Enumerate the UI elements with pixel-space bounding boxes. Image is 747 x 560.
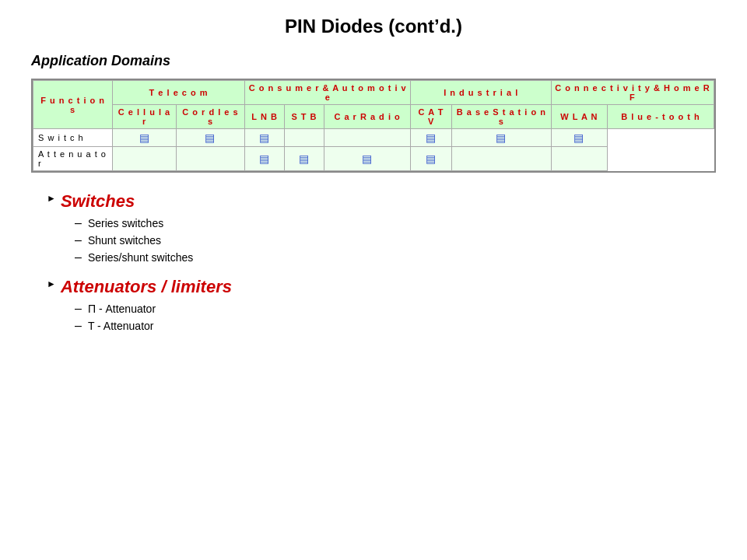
- list-item: – T - Attenuator: [75, 319, 716, 333]
- check-icon: ▤: [573, 131, 584, 144]
- row-label-switch: S w i t c h: [33, 129, 113, 147]
- col-functions: F u n c t i o n s: [33, 81, 113, 129]
- subh-wlan: W L A N: [551, 105, 607, 129]
- arrow-icon: ►: [47, 278, 56, 289]
- cell-switch-catv: ▤: [411, 129, 451, 147]
- bullet-title-attenuators: Attenuators / limiters: [61, 277, 232, 297]
- list-item: – Series/shunt switches: [75, 250, 716, 264]
- col-industrial: I n d u s t r i a l: [411, 81, 552, 105]
- list-item: – Π - Attenuator: [75, 302, 716, 316]
- page: PIN Diodes (cont’d.) Application Domains…: [0, 0, 747, 560]
- check-icon: ▤: [426, 131, 437, 144]
- cell-switch-basestations: ▤: [451, 129, 551, 147]
- dash-icon: –: [75, 250, 82, 264]
- bullet-switches: ► Switches: [47, 191, 716, 212]
- dash-icon: –: [75, 216, 82, 230]
- subh-catv: C A T V: [411, 105, 451, 129]
- check-icon: ▤: [362, 152, 373, 165]
- subh-basestations: B a s e S t a t i o n s: [451, 105, 551, 129]
- cell-switch-lnb: ▤: [245, 129, 285, 147]
- subh-cordless: C o r d l e s s: [176, 105, 244, 129]
- sub-bullet-text: Π - Attenuator: [88, 303, 156, 315]
- arrow-icon: ►: [47, 193, 56, 204]
- bullet-attenuators: ► Attenuators / limiters: [47, 277, 716, 297]
- row-label-attenuator: A t t e n u a t o r: [33, 147, 113, 171]
- cell-att-catv: ▤: [411, 147, 451, 171]
- cell-switch-stb: [285, 129, 324, 147]
- list-item: – Shunt switches: [75, 233, 716, 247]
- subh-stb: S T B: [285, 105, 324, 129]
- section-title: Application Domains: [31, 53, 716, 69]
- subh-bluetooth: B l u e - t o o t h: [607, 105, 714, 129]
- cell-att-carradio: ▤: [324, 147, 411, 171]
- bullet-title-switches: Switches: [61, 191, 135, 212]
- table-row-attenuator: A t t e n u a t o r ▤ ▤ ▤ ▤: [33, 147, 714, 171]
- check-icon: ▤: [299, 152, 310, 165]
- cell-att-lnb: ▤: [245, 147, 285, 171]
- subh-cellular: C e l l u l a r: [113, 105, 177, 129]
- check-icon: ▤: [426, 152, 437, 165]
- cell-switch-cellular: ▤: [113, 129, 177, 147]
- dash-icon: –: [75, 302, 82, 316]
- table-row-switch: S w i t c h ▤ ▤ ▤ ▤ ▤ ▤: [33, 129, 714, 147]
- cell-att-cordless: [176, 147, 244, 171]
- cell-att-wlan: [551, 147, 607, 171]
- subh-lnb: L N B: [245, 105, 285, 129]
- cell-switch-cordless: ▤: [176, 129, 244, 147]
- cell-att-stb: ▤: [285, 147, 324, 171]
- main-title: PIN Diodes (cont’d.): [31, 16, 716, 37]
- sub-bullet-text: Series/shunt switches: [88, 251, 193, 264]
- cell-att-basestations: [451, 147, 551, 171]
- dash-icon: –: [75, 319, 82, 333]
- bullets-section: ► Switches – Series switches – Shunt swi…: [31, 191, 716, 333]
- cell-switch-wlan: ▤: [551, 129, 607, 147]
- list-item: – Series switches: [75, 216, 716, 230]
- application-table: F u n c t i o n s T e l e c o m C o n s …: [31, 79, 716, 173]
- col-consumer: C o n s u m e r & A u t o m o t i v e: [245, 81, 411, 105]
- attenuators-sub-bullets: – Π - Attenuator – T - Attenuator: [75, 302, 716, 333]
- check-icon: ▤: [205, 131, 216, 144]
- dash-icon: –: [75, 233, 82, 247]
- check-icon: ▤: [259, 152, 270, 165]
- check-icon: ▤: [496, 131, 507, 144]
- check-icon: ▤: [139, 131, 150, 144]
- cell-att-cellular: [113, 147, 177, 171]
- sub-bullet-text: T - Attenuator: [88, 320, 154, 332]
- sub-bullet-text: Series switches: [88, 217, 163, 229]
- switches-sub-bullets: – Series switches – Shunt switches – Ser…: [75, 216, 716, 264]
- check-icon: ▤: [259, 131, 270, 144]
- cell-switch-carradio: [324, 129, 411, 147]
- col-telecom: T e l e c o m: [113, 81, 245, 105]
- sub-bullet-text: Shunt switches: [88, 234, 161, 247]
- col-connectivity: C o n n e c t i v i t y & H o m e R F: [551, 81, 714, 105]
- subh-carradio: C a r R a d i o: [324, 105, 411, 129]
